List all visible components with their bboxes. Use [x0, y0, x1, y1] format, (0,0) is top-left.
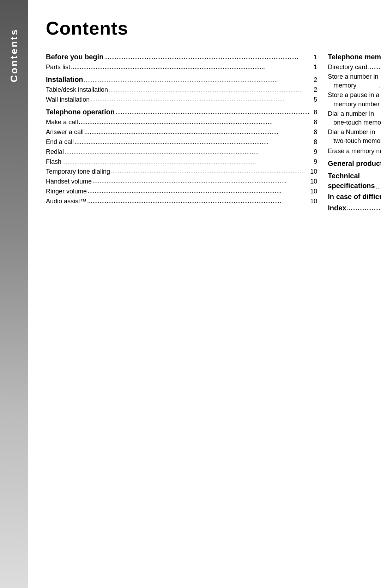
toc-ringer-volume: Ringer volume 10 — [46, 187, 317, 196]
toc-end-a-call: End a call 8 — [46, 137, 317, 147]
label-telephone-memory: Telephone memory — [328, 52, 381, 62]
page-table-desk: 2 — [310, 85, 317, 95]
toc-left-column: Before you begin 1 Parts list 1 Installa… — [46, 52, 328, 214]
page-handset-volume: 10 — [310, 177, 317, 186]
label-difficulty: In case of difficulty — [328, 191, 381, 202]
label-table-desk: Table/desk installation — [46, 85, 108, 95]
dots-before-you-begin — [104, 52, 309, 62]
page-answer-a-call: 8 — [310, 127, 317, 137]
page-installation: 2 — [310, 75, 317, 85]
label-dial-two-touch-line1: Dial a Number in — [328, 128, 381, 137]
dots-ringer-volume — [87, 186, 309, 196]
label-store-pause-line2: memory number — [328, 100, 380, 109]
dots-wall-installation — [90, 95, 309, 104]
toc-dial-one-touch-text: Dial a number in one-touch memory — [328, 109, 381, 127]
toc-wall-installation: Wall installation 5 — [46, 95, 317, 104]
toc-technical-specs: Technical specifications 14 — [328, 171, 381, 191]
toc-technical-specs-text: Technical specifications — [328, 171, 375, 191]
toc-directory-card: Directory card 11 — [328, 62, 381, 72]
dots-audio-assist — [87, 196, 309, 206]
page-before-you-begin: 1 — [310, 53, 317, 62]
toc-parts-list: Parts list 1 — [46, 62, 317, 72]
label-dial-one-touch-line1: Dial a number in — [328, 109, 381, 118]
toc-columns: Before you begin 1 Parts list 1 Installa… — [46, 52, 381, 214]
label-store-pause-line1: Store a pause in a — [328, 91, 380, 100]
label-end-a-call: End a call — [46, 137, 74, 147]
dots-flash — [62, 157, 309, 166]
sidebar-label: Contents — [8, 28, 20, 82]
toc-right-column: Telephone memory 11 Directory card 11 St… — [328, 52, 381, 214]
label-erase-memory: Erase a memory number — [328, 146, 381, 156]
dots-end-a-call — [74, 137, 309, 146]
label-store-number-line2: memory — [328, 81, 378, 90]
label-dial-one-touch-line2: one-touch memory — [328, 118, 381, 127]
toc-store-number-text: Store a number in memory — [328, 72, 378, 90]
label-technical-specs-line2: specifications — [328, 181, 375, 191]
dots-directory-card — [368, 62, 381, 72]
toc-answer-a-call: Answer a call 8 — [46, 127, 317, 137]
label-directory-card: Directory card — [328, 62, 367, 72]
dots-temp-tone — [111, 167, 309, 176]
label-wall-installation: Wall installation — [46, 95, 90, 104]
main-content: Contents Before you begin 1 Parts list 1 — [28, 0, 381, 588]
dots-index — [347, 203, 381, 213]
toc-before-you-begin: Before you begin 1 — [46, 52, 317, 62]
toc-store-pause: Store a pause in a memory number 12 — [328, 91, 381, 108]
label-technical-specs-line1: Technical — [328, 171, 375, 181]
dots-parts-list — [71, 62, 309, 72]
label-handset-volume: Handset volume — [46, 177, 92, 186]
label-redial: Redial — [46, 147, 64, 157]
toc-general-care: General product care 13 — [328, 158, 381, 169]
dots-installation — [84, 75, 310, 84]
dots-handset-volume — [92, 176, 309, 186]
toc-installation: Installation 2 — [46, 74, 317, 85]
page-telephone-operation: 8 — [310, 108, 317, 117]
page-container: Contents Contents Before you begin 1 Par… — [0, 0, 381, 588]
label-installation: Installation — [46, 74, 83, 85]
toc-dial-two-touch: Dial a Number in two-touch memory 12 — [328, 128, 381, 145]
label-flash: Flash — [46, 157, 61, 167]
toc-make-a-call: Make a call 8 — [46, 118, 317, 127]
toc-audio-assist: Audio assist™ 10 — [46, 197, 317, 206]
label-ringer-volume: Ringer volume — [46, 187, 87, 196]
toc-redial: Redial 9 — [46, 147, 317, 157]
toc-store-number: Store a number in memory 11 — [328, 72, 381, 90]
page-audio-assist: 10 — [310, 197, 317, 206]
toc-dial-two-touch-text: Dial a Number in two-touch memory — [328, 128, 381, 145]
page-wall-installation: 5 — [310, 95, 317, 104]
page-redial: 9 — [310, 147, 317, 157]
toc-flash: Flash 9 — [46, 157, 317, 167]
toc-erase-memory: Erase a memory number 12 — [328, 146, 381, 156]
label-audio-assist: Audio assist™ — [46, 197, 86, 206]
toc-store-pause-text: Store a pause in a memory number — [328, 91, 380, 108]
dots-make-a-call — [79, 117, 309, 127]
dots-technical-specs — [376, 183, 381, 190]
dots-redial — [65, 147, 309, 156]
page-temp-tone: 10 — [310, 167, 317, 176]
label-temp-tone: Temporary tone dialing — [46, 167, 110, 176]
page-title: Contents — [46, 18, 381, 39]
label-before-you-begin: Before you begin — [46, 52, 103, 62]
label-answer-a-call: Answer a call — [46, 127, 84, 137]
page-make-a-call: 8 — [310, 118, 317, 127]
label-telephone-operation: Telephone operation — [46, 107, 115, 117]
toc-telephone-memory: Telephone memory 11 — [328, 52, 381, 62]
page-parts-list: 1 — [310, 62, 317, 72]
toc-handset-volume: Handset volume 10 — [46, 177, 317, 186]
toc-difficulty: In case of difficulty 15 — [328, 191, 381, 202]
page-end-a-call: 8 — [310, 137, 317, 147]
toc-table-desk: Table/desk installation 2 — [46, 85, 317, 95]
dots-table-desk — [109, 85, 309, 94]
toc-index: Index 17 — [328, 203, 381, 213]
label-general-care: General product care — [328, 158, 381, 169]
label-parts-list: Parts list — [46, 62, 70, 72]
sidebar: Contents — [0, 0, 28, 588]
page-ringer-volume: 10 — [310, 187, 317, 196]
toc-dial-one-touch: Dial a number in one-touch memory 12 — [328, 109, 381, 127]
label-index: Index — [328, 203, 346, 213]
page-flash: 9 — [310, 157, 317, 167]
label-dial-two-touch-line2: two-touch memory — [328, 137, 381, 145]
dots-answer-a-call — [84, 127, 309, 137]
toc-telephone-operation: Telephone operation 8 — [46, 107, 317, 117]
dots-store-number — [379, 82, 381, 90]
